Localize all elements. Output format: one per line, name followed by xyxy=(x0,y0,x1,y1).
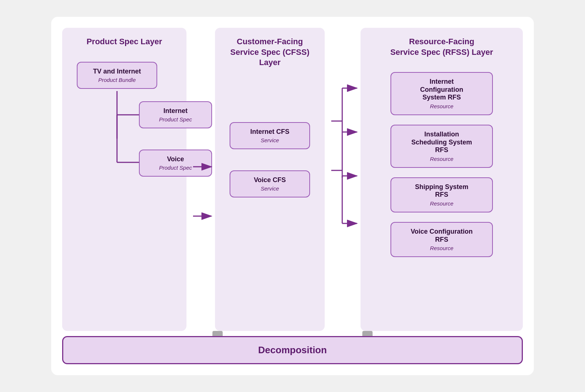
voice-config-rfs-title: Voice ConfigurationRFS xyxy=(399,228,485,244)
internet-config-rfs-subtitle: Resource xyxy=(399,103,485,109)
internet-cfs-subtitle: Service xyxy=(238,137,302,143)
bundle-node-subtitle: Product Bundle xyxy=(85,77,149,83)
installation-scheduling-rfs-node: InstallationScheduling SystemRFS Resourc… xyxy=(390,125,493,168)
internet-cfs-node: Internet CFS Service xyxy=(230,122,310,150)
decomposition-bar: Decomposition xyxy=(62,336,523,364)
internet-cfs-title: Internet CFS xyxy=(238,128,302,136)
l1-l2-arrows xyxy=(193,103,215,286)
shipping-system-rfs-subtitle: Resource xyxy=(399,200,485,207)
voice-cfs-title: Voice CFS xyxy=(238,176,302,184)
layer3-title: Resource-FacingService Spec (RFSS) Layer xyxy=(390,37,493,57)
installation-scheduling-rfs-subtitle: Resource xyxy=(399,156,485,162)
internet-config-rfs-node: InternetConfigurationSystem RFS Resource xyxy=(390,72,493,115)
connector-tab-1 xyxy=(212,331,223,336)
voice-cfs-node: Voice CFS Service xyxy=(230,170,310,198)
tree-lines-svg xyxy=(69,62,179,316)
decomposition-label: Decomposition xyxy=(258,344,327,355)
layer3-panel: Resource-FacingService Spec (RFSS) Layer… xyxy=(361,28,523,331)
bundle-node-title: TV and Internet xyxy=(85,68,149,76)
voice-config-rfs-subtitle: Resource xyxy=(399,245,485,251)
bundle-node: TV and Internet Product Bundle xyxy=(77,62,157,89)
shipping-system-rfs-node: Shipping SystemRFS Resource xyxy=(390,177,493,212)
l2-l3-arrows xyxy=(331,57,361,269)
layer2-title: Customer-FacingService Spec (CFSS) Layer xyxy=(222,37,317,68)
voice-config-rfs-node: Voice ConfigurationRFS Resource xyxy=(390,222,493,257)
layer1-title: Product Spec Layer xyxy=(87,37,162,47)
diagram-wrapper: Product Spec Layer TV and Internet Produ xyxy=(51,17,534,375)
layer2-panel: Customer-FacingService Spec (CFSS) Layer… xyxy=(215,28,325,331)
internet-config-rfs-title: InternetConfigurationSystem RFS xyxy=(399,78,485,102)
voice-cfs-subtitle: Service xyxy=(238,185,302,192)
layer1-panel: Product Spec Layer TV and Internet Produ xyxy=(62,28,186,331)
installation-scheduling-rfs-title: InstallationScheduling SystemRFS xyxy=(399,131,485,154)
connector-tab-2 xyxy=(362,331,373,336)
shipping-system-rfs-title: Shipping SystemRFS xyxy=(399,183,485,199)
